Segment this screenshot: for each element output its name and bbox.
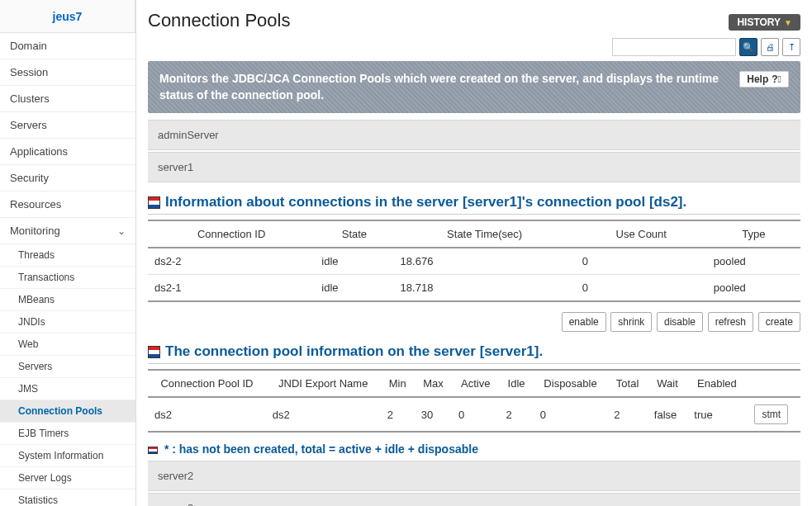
brand-link[interactable]: jeus7 — [53, 10, 83, 23]
info-banner: Monitors the JDBC/JCA Connection Pools w… — [148, 61, 800, 113]
nav-security[interactable]: Security — [0, 165, 135, 192]
nav-resources[interactable]: Resources — [0, 192, 135, 218]
col-type: Type — [707, 220, 800, 248]
cell-type: pooled — [707, 248, 800, 275]
nav-session[interactable]: Session — [0, 59, 135, 86]
nav-list: Domain Session Clusters Servers Applicat… — [0, 33, 135, 244]
action-buttons: enable shrink disable refresh create — [148, 312, 800, 332]
col-use-count: Use Count — [576, 220, 707, 248]
help-label: Help — [747, 73, 768, 85]
search-input[interactable] — [612, 38, 736, 56]
table-row: ds2-1 idle 18.718 0 pooled — [148, 275, 800, 302]
info-banner-text: Monitors the JDBC/JCA Connection Pools w… — [159, 71, 739, 103]
nav-applications[interactable]: Applications — [0, 139, 135, 165]
nav-clusters[interactable]: Clusters — [0, 86, 135, 112]
legend-text: * : has not been created, total = active… — [164, 442, 478, 456]
sidebar: jeus7 Domain Session Clusters Servers Ap… — [0, 0, 136, 506]
table-header-row: Connection ID State State Time(sec) Use … — [148, 220, 800, 248]
shrink-button[interactable]: shrink — [610, 312, 652, 332]
cell-connection-id: ds2-1 — [148, 275, 315, 302]
col-connection-id: Connection ID — [148, 220, 315, 248]
cell-active: 0 — [452, 397, 499, 432]
server-row-server2[interactable]: server2 — [148, 461, 800, 491]
subnav-jndis[interactable]: JNDIs — [0, 311, 135, 333]
subnav-transactions[interactable]: Transactions — [0, 267, 135, 289]
nav-monitoring[interactable]: Monitoring ⌄ — [0, 218, 135, 244]
nav-monitoring-label: Monitoring — [10, 225, 60, 237]
disable-button[interactable]: disable — [657, 312, 703, 332]
cell-total: 2 — [607, 397, 648, 432]
col-max: Max — [415, 370, 452, 397]
chevron-down-icon: ⌄ — [117, 225, 126, 237]
section1-title: Information about connections in the ser… — [148, 194, 800, 215]
flag-icon — [148, 346, 160, 358]
subnav-system-information[interactable]: System Information — [0, 445, 135, 467]
help-button[interactable]: Help ?⃝ — [739, 71, 789, 87]
print-icon[interactable]: 🖨 — [761, 38, 779, 56]
subnav-web[interactable]: Web — [0, 333, 135, 356]
subnav-servers[interactable]: Servers — [0, 356, 135, 378]
cell-disposable: 0 — [534, 397, 608, 432]
cell-idle: 2 — [499, 397, 533, 432]
cell-state: idle — [315, 275, 393, 302]
cell-min: 2 — [381, 397, 415, 432]
cell-state-time: 18.718 — [394, 275, 576, 302]
search-icon[interactable]: 🔍 — [739, 38, 757, 56]
cell-action: stmt — [746, 397, 800, 432]
section2-title: The connection pool information on the s… — [148, 343, 800, 364]
subnav-ejb-timers[interactable]: EJB Timers — [0, 423, 135, 445]
history-label: HISTORY — [737, 17, 781, 28]
subnav-connection-pools[interactable]: Connection Pools — [0, 400, 135, 423]
col-total: Total — [607, 370, 648, 397]
search-row: 🔍 🖨 ⤒ — [148, 38, 800, 56]
enable-button[interactable]: enable — [562, 312, 606, 332]
col-min: Min — [381, 370, 415, 397]
create-button[interactable]: create — [758, 312, 800, 332]
col-disposable: Disposable — [534, 370, 608, 397]
main-content: Connection Pools HISTORY ▼ 🔍 🖨 ⤒ Monitor… — [136, 0, 812, 506]
server-row-admin[interactable]: adminServer — [148, 120, 800, 150]
server-row-server1[interactable]: server1 — [148, 152, 800, 182]
col-active: Active — [452, 370, 499, 397]
table-header-row: Connection Pool ID JNDI Export Name Min … — [148, 370, 800, 397]
topbar: Connection Pools HISTORY ▼ — [148, 7, 800, 38]
xml-export-icon[interactable]: ⤒ — [782, 38, 800, 56]
cell-pool-id: ds2 — [148, 397, 266, 432]
col-idle: Idle — [499, 370, 533, 397]
subnav-threads[interactable]: Threads — [0, 244, 135, 267]
flag-icon — [148, 196, 160, 209]
cell-use-count: 0 — [576, 248, 707, 275]
refresh-button[interactable]: refresh — [708, 312, 753, 332]
subnav-statistics[interactable]: Statistics — [0, 489, 135, 506]
col-enabled: Enabled — [687, 370, 746, 397]
subnav-monitoring: Threads Transactions MBeans JNDIs Web Se… — [0, 244, 135, 506]
page-title: Connection Pools — [148, 10, 290, 31]
subnav-server-logs[interactable]: Server Logs — [0, 467, 135, 489]
legend-note: * : has not been created, total = active… — [148, 442, 800, 456]
cell-max: 30 — [415, 397, 452, 432]
server-row-server3[interactable]: server3 — [148, 493, 800, 506]
stmt-button[interactable]: stmt — [754, 404, 788, 424]
subnav-jms[interactable]: JMS — [0, 378, 135, 400]
subnav-mbeans[interactable]: MBeans — [0, 289, 135, 311]
col-wait: Wait — [648, 370, 688, 397]
col-actions — [746, 370, 800, 397]
help-icon: ?⃝ — [772, 73, 781, 85]
section2-title-text: The connection pool information on the s… — [165, 343, 543, 360]
col-state: State — [315, 220, 393, 248]
history-button[interactable]: HISTORY ▼ — [729, 14, 800, 31]
col-pool-id: Connection Pool ID — [148, 370, 266, 397]
cell-wait: false — [648, 397, 688, 432]
connections-table: Connection ID State State Time(sec) Use … — [148, 220, 800, 302]
nav-domain[interactable]: Domain — [0, 33, 135, 59]
cell-use-count: 0 — [576, 275, 707, 302]
brand-box: jeus7 — [0, 0, 135, 33]
col-state-time: State Time(sec) — [394, 220, 576, 248]
chevron-down-icon: ▼ — [784, 18, 792, 27]
nav-servers[interactable]: Servers — [0, 112, 135, 139]
cell-state-time: 18.676 — [394, 248, 576, 275]
cell-enabled: true — [687, 397, 746, 432]
flag-icon — [148, 447, 158, 454]
cell-jndi: ds2 — [266, 397, 381, 432]
cell-connection-id: ds2-2 — [148, 248, 315, 275]
